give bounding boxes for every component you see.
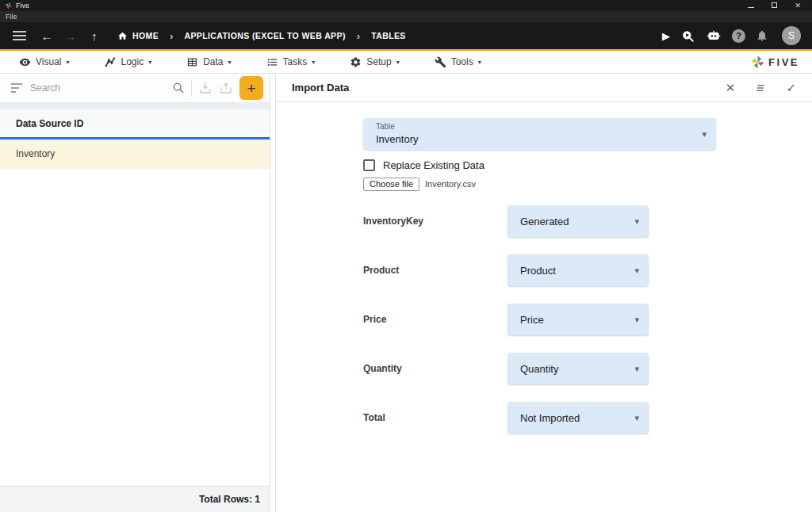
toolbar: Visual▾ Logic▾ Data▾ Tasks▾ Setup▾ Tools… xyxy=(0,51,812,74)
chevron-down-icon: ▾ xyxy=(66,59,69,66)
mapping-row-product: Product Product ▾ xyxy=(363,254,812,286)
chevron-down-icon: ▾ xyxy=(634,365,639,373)
task-list-icon xyxy=(266,56,278,68)
toolbar-logic-menu[interactable]: Logic▾ xyxy=(96,51,159,73)
toolbar-data-menu[interactable]: Data▾ xyxy=(178,51,239,73)
data-source-list-panel: + Data Source ID Inventory Total Rows: 1 xyxy=(0,74,270,512)
run-app-button[interactable]: ▶ xyxy=(662,30,670,42)
user-avatar[interactable]: S xyxy=(782,26,801,45)
replace-existing-data-row: Replace Existing Data xyxy=(363,158,812,172)
import-data-form: Table Inventory ▾ Replace Existing Data … xyxy=(276,102,812,512)
divider xyxy=(191,79,192,97)
replace-existing-checkbox[interactable] xyxy=(363,159,375,171)
mapping-field-label: Total xyxy=(363,412,508,423)
chevron-down-icon: ▾ xyxy=(702,130,707,139)
chevron-down-icon: ▾ xyxy=(634,414,639,422)
table-select-label: Table xyxy=(376,122,692,131)
mapping-select-quantity[interactable]: Quantity ▾ xyxy=(508,353,649,384)
hamburger-menu-icon[interactable] xyxy=(11,25,35,46)
titlebar: Five ✕ xyxy=(0,0,812,11)
up-button[interactable]: ↑ xyxy=(82,25,106,46)
five-brand-logo: FIVE xyxy=(750,55,804,70)
import-data-panel: Import Data ✕ ✓ Table Inventory ▾ xyxy=(275,74,812,512)
breadcrumb: HOME › APPLICATIONS (EXCEL TO WEB APP) ›… xyxy=(117,31,406,41)
selected-file-name: Inventory.csv xyxy=(425,179,476,189)
close-form-icon[interactable]: ✕ xyxy=(726,82,736,94)
import-icon xyxy=(198,81,213,95)
table-grid-icon xyxy=(186,56,198,68)
chevron-down-icon: ▾ xyxy=(312,59,315,66)
mapping-field-label: InventoryKey xyxy=(363,216,508,227)
toolbar-tools-menu[interactable]: Tools▾ xyxy=(427,51,489,73)
mapping-select-total[interactable]: Not Imported ▾ xyxy=(508,402,649,434)
list-search-bar: + xyxy=(0,74,270,103)
notes-icon[interactable] xyxy=(754,82,767,94)
content-area: + Data Source ID Inventory Total Rows: 1… xyxy=(0,74,812,512)
window-controls: ✕ xyxy=(748,2,807,10)
chevron-down-icon: ▾ xyxy=(396,59,400,66)
chevron-down-icon: ▾ xyxy=(634,217,639,226)
list-empty-space xyxy=(0,169,270,486)
add-record-button[interactable]: + xyxy=(239,76,263,100)
chevron-down-icon: ▾ xyxy=(634,266,639,275)
breadcrumb-home[interactable]: HOME xyxy=(117,31,159,41)
mapping-select-inventorykey[interactable]: Generated ▾ xyxy=(508,205,649,237)
replace-existing-label: Replace Existing Data xyxy=(383,159,485,171)
logic-flow-icon xyxy=(104,56,116,68)
five-app-icon xyxy=(5,2,13,10)
choose-file-button[interactable]: Choose file xyxy=(363,178,419,191)
search-icon[interactable] xyxy=(172,82,185,94)
close-button[interactable]: ✕ xyxy=(795,2,801,10)
preview-search-icon[interactable] xyxy=(680,29,695,44)
notifications-bell-icon[interactable] xyxy=(756,29,768,42)
app-window: Five ✕ File ← → ↑ HOME › APPLICATIONS (E… xyxy=(0,0,812,512)
chevron-right-icon: › xyxy=(354,31,363,41)
mapping-select-price[interactable]: Price ▾ xyxy=(508,304,649,335)
field-mapping-area: InventoryKey Generated ▾ Product Product… xyxy=(363,197,812,434)
mapping-row-inventorykey: InventoryKey Generated ▾ xyxy=(363,205,812,237)
five-logo-icon xyxy=(750,55,765,70)
total-rows-footer: Total Rows: 1 xyxy=(0,486,270,512)
chevron-down-icon: ▾ xyxy=(148,59,151,66)
toolbar-setup-menu[interactable]: Setup▾ xyxy=(342,51,407,73)
search-input[interactable] xyxy=(30,82,166,94)
eye-icon xyxy=(19,56,31,68)
export-icon xyxy=(219,81,233,95)
list-column-header[interactable]: Data Source ID xyxy=(0,109,270,139)
import-data-header: Import Data ✕ ✓ xyxy=(276,74,812,102)
tools-wrench-icon xyxy=(435,56,446,68)
gear-icon xyxy=(350,56,362,68)
chevron-down-icon: ▾ xyxy=(634,315,639,324)
back-button[interactable]: ← xyxy=(35,25,59,46)
chevron-right-icon: › xyxy=(167,31,176,41)
minimize-button[interactable] xyxy=(748,2,754,10)
mapping-row-price: Price Price ▾ xyxy=(363,304,812,335)
maximize-button[interactable] xyxy=(772,2,777,10)
menu-file[interactable]: File xyxy=(6,13,17,21)
save-check-icon[interactable]: ✓ xyxy=(786,82,796,94)
mapping-field-label: Price xyxy=(363,314,508,325)
mapping-select-product[interactable]: Product ▾ xyxy=(508,254,649,286)
navbar-actions: ▶ ? S xyxy=(662,26,801,45)
toolbar-tasks-menu[interactable]: Tasks▾ xyxy=(259,51,324,73)
list-item-inventory[interactable]: Inventory xyxy=(0,139,270,169)
mapping-row-total: Total Not Imported ▾ xyxy=(363,402,812,434)
mapping-row-quantity: Quantity Quantity ▾ xyxy=(363,353,812,384)
five-brand-text: FIVE xyxy=(768,56,799,68)
menubar: File xyxy=(0,11,812,22)
breadcrumb-applications[interactable]: APPLICATIONS (EXCEL TO WEB APP) xyxy=(184,31,345,40)
table-select[interactable]: Table Inventory ▾ xyxy=(363,118,716,150)
table-select-value: Inventory xyxy=(376,133,418,145)
titlebar-app-name: Five xyxy=(16,2,29,10)
file-input-row: Choose file Inventory.csv xyxy=(363,177,812,191)
chevron-down-icon: ▾ xyxy=(478,59,481,66)
filter-icon[interactable] xyxy=(11,83,24,93)
forward-button: → xyxy=(59,25,82,46)
bot-icon[interactable] xyxy=(706,29,722,42)
mapping-field-label: Quantity xyxy=(363,363,508,374)
navbar: ← → ↑ HOME › APPLICATIONS (EXCEL TO WEB … xyxy=(0,22,812,51)
toolbar-visual-menu[interactable]: Visual▾ xyxy=(11,51,77,73)
page-title: Import Data xyxy=(292,82,349,94)
help-icon[interactable]: ? xyxy=(732,29,745,43)
breadcrumb-tables[interactable]: TABLES xyxy=(371,31,406,40)
